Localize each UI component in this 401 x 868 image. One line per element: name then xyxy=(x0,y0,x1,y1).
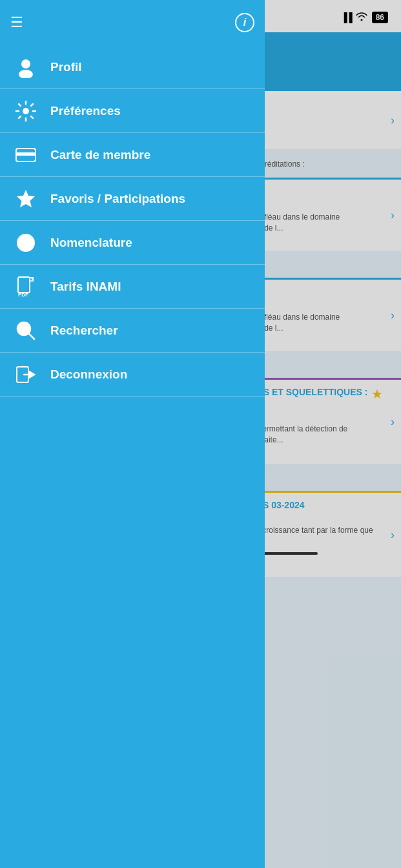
menu-item-tarifs[interactable]: PDF Tarifs INAMI xyxy=(0,265,265,309)
menu-label-deconnexion: Deconnexion xyxy=(50,367,127,382)
user-icon xyxy=(13,54,39,80)
drawer: ☰ i Profil Préférences Ca xyxy=(0,0,265,868)
menu-label-tarifs: Tarifs INAMI xyxy=(50,280,121,294)
menu-label-carte: Carte de membre xyxy=(50,148,150,162)
menu-label-nomenclature: Nomenclature xyxy=(50,236,132,250)
menu-item-deconnexion[interactable]: Deconnexion xyxy=(0,353,265,397)
menu-item-nomenclature[interactable]: Nomenclature xyxy=(0,221,265,265)
menu-label-preferences: Préférences xyxy=(50,104,121,118)
globe-icon xyxy=(13,230,39,256)
svg-point-3 xyxy=(23,108,29,114)
menu-label-rechercher: Rechercher xyxy=(50,324,118,338)
menu-label-profil: Profil xyxy=(50,60,82,74)
search-icon xyxy=(13,318,39,344)
star-menu-icon xyxy=(13,186,39,212)
menu-label-favoris: Favoris / Participations xyxy=(50,192,185,206)
svg-rect-6 xyxy=(18,158,23,160)
svg-rect-12 xyxy=(18,277,30,293)
svg-point-1 xyxy=(21,59,30,68)
svg-text:PDF: PDF xyxy=(18,292,28,298)
drawer-header: ☰ i xyxy=(0,0,265,45)
pdf-icon: PDF xyxy=(13,274,39,300)
card-icon xyxy=(13,142,39,168)
menu-item-favoris[interactable]: Favoris / Participations xyxy=(0,177,265,221)
info-button[interactable]: i xyxy=(235,13,254,32)
gear-icon xyxy=(13,98,39,124)
logout-icon xyxy=(13,362,39,388)
menu-icon[interactable]: ☰ xyxy=(10,14,23,31)
menu-item-carte[interactable]: Carte de membre xyxy=(0,133,265,177)
svg-line-15 xyxy=(28,333,34,339)
menu-item-profil[interactable]: Profil xyxy=(0,45,265,89)
menu-item-preferences[interactable]: Préférences xyxy=(0,89,265,133)
svg-rect-5 xyxy=(16,152,36,156)
svg-point-2 xyxy=(19,70,33,78)
menu-item-rechercher[interactable]: Rechercher xyxy=(0,309,265,353)
